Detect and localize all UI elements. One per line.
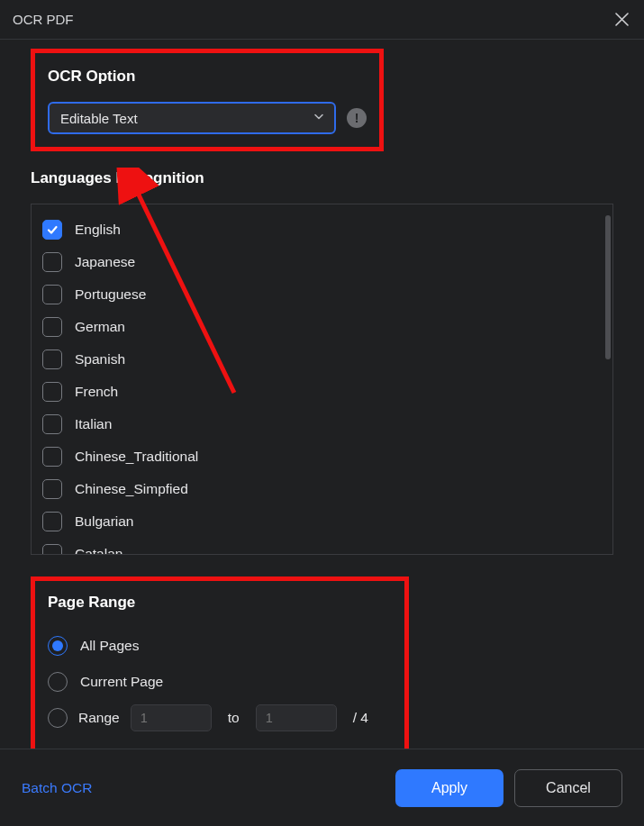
radio-range-row: Range to / 4 xyxy=(48,700,392,736)
language-checkbox[interactable] xyxy=(42,317,62,337)
languages-label: Languages Recognition xyxy=(31,169,613,187)
radio-range-label: Range xyxy=(78,710,120,726)
language-label: Japanese xyxy=(75,254,135,270)
language-item: German xyxy=(42,311,602,343)
language-label: Catalan xyxy=(75,546,122,554)
ocr-option-value: Editable Text xyxy=(60,111,138,126)
languages-section: Languages Recognition EnglishJapanesePor… xyxy=(31,169,613,555)
radio-all-pages-row: All Pages xyxy=(48,628,392,664)
dialog-title: OCR PDF xyxy=(13,12,74,27)
radio-all-pages-label: All Pages xyxy=(80,638,139,654)
language-label: Bulgarian xyxy=(75,513,134,530)
chevron-down-icon xyxy=(313,111,325,126)
language-label: Spanish xyxy=(75,351,125,368)
cancel-button[interactable]: Cancel xyxy=(514,769,622,807)
language-item: English xyxy=(42,213,602,246)
language-label: German xyxy=(75,319,125,335)
batch-ocr-link[interactable]: Batch OCR xyxy=(22,780,92,796)
ocr-option-select[interactable]: Editable Text xyxy=(48,102,336,134)
apply-button[interactable]: Apply xyxy=(395,769,503,807)
language-checkbox[interactable] xyxy=(42,285,62,304)
radio-current-page-label: Current Page xyxy=(80,674,163,690)
language-item: Chinese_Simpfied xyxy=(42,473,602,505)
dialog-content: OCR Option Editable Text ! Languages Rec… xyxy=(0,40,644,749)
language-checkbox[interactable] xyxy=(42,544,62,554)
language-checkbox[interactable] xyxy=(42,414,62,434)
language-label: Italian xyxy=(75,416,112,432)
language-label: English xyxy=(75,222,121,238)
language-label: Chinese_Traditional xyxy=(75,449,198,465)
radio-current-page[interactable] xyxy=(48,672,68,692)
language-checkbox[interactable] xyxy=(42,252,62,272)
close-icon xyxy=(615,13,629,26)
ocr-option-label: OCR Option xyxy=(48,68,367,86)
close-button[interactable] xyxy=(612,10,631,30)
range-total: / 4 xyxy=(353,710,368,726)
language-item: Japanese xyxy=(42,246,602,278)
info-icon[interactable]: ! xyxy=(347,108,367,128)
language-item: Chinese_Traditional xyxy=(42,440,602,473)
radio-all-pages[interactable] xyxy=(48,636,68,656)
scrollbar-thumb[interactable] xyxy=(605,215,611,359)
language-item: Spanish xyxy=(42,343,602,376)
language-item: Catalan xyxy=(42,538,602,554)
language-label: Portuguese xyxy=(75,286,146,303)
language-checkbox[interactable] xyxy=(42,382,62,402)
language-checkbox[interactable] xyxy=(42,512,62,531)
page-range-section: Page Range All Pages Current Page Range … xyxy=(31,576,409,749)
range-separator: to xyxy=(228,710,240,726)
ocr-option-row: Editable Text ! xyxy=(48,102,367,134)
language-item: Portuguese xyxy=(42,278,602,311)
page-range-label: Page Range xyxy=(48,594,392,612)
language-label: Chinese_Simpfied xyxy=(75,481,188,497)
footer-buttons: Apply Cancel xyxy=(395,769,622,807)
language-checkbox[interactable] xyxy=(42,479,62,499)
language-checkbox[interactable] xyxy=(42,220,62,240)
titlebar: OCR PDF xyxy=(0,0,644,40)
radio-range[interactable] xyxy=(48,708,68,728)
range-from-input[interactable] xyxy=(131,704,212,731)
language-item: Bulgarian xyxy=(42,505,602,538)
language-item: Italian xyxy=(42,408,602,440)
dialog-footer: Batch OCR Apply Cancel xyxy=(0,749,644,826)
languages-listbox: EnglishJapanesePortugueseGermanSpanishFr… xyxy=(31,204,613,555)
language-checkbox[interactable] xyxy=(42,349,62,369)
radio-current-page-row: Current Page xyxy=(48,664,392,700)
ocr-option-section: OCR Option Editable Text ! xyxy=(31,49,384,151)
range-to-input[interactable] xyxy=(256,704,337,731)
language-item: French xyxy=(42,376,602,408)
language-label: French xyxy=(75,384,118,400)
language-checkbox[interactable] xyxy=(42,447,62,467)
